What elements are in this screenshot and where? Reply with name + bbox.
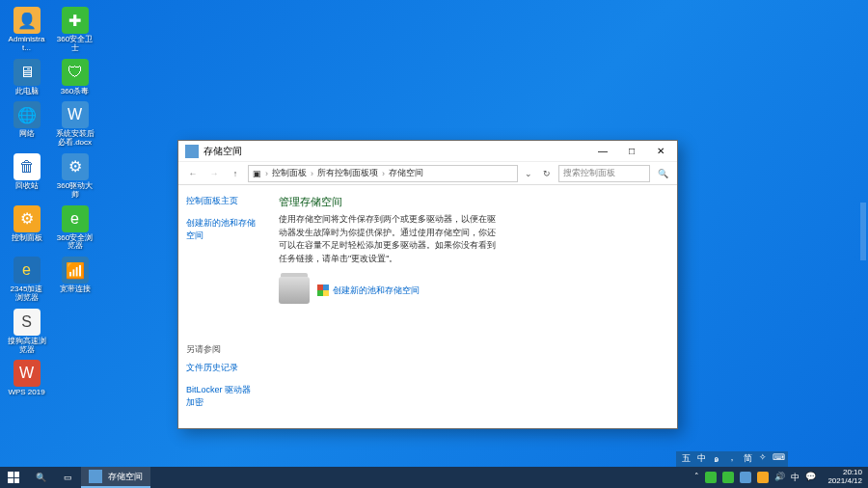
desktop-icon-360-safe[interactable]: ✚360安全卫士 [53, 5, 96, 55]
close-button[interactable]: ✕ [646, 142, 675, 161]
tray-network-icon[interactable] [740, 472, 751, 483]
desktop-icon-360-antivirus[interactable]: 🛡360杀毒 [53, 57, 96, 98]
desktop-icon-2345-browser[interactable]: e2345加速浏览器 [5, 255, 48, 305]
360-antivirus-icon: 🛡 [62, 59, 89, 86]
tray-ime-icon[interactable]: 中 [791, 472, 800, 483]
search-button[interactable]: 🔍 [27, 467, 54, 488]
icon-label: 搜狗高速浏览器 [7, 338, 46, 355]
create-pool-link[interactable]: 创建新的池和存储空间 [317, 285, 420, 297]
ime-btn-5[interactable]: ✧ [756, 452, 770, 466]
tray-chevron[interactable]: ˄ [694, 472, 699, 483]
icon-label: 360杀毒 [61, 88, 89, 96]
ime-btn-1[interactable]: 中 [694, 452, 708, 466]
search-icon[interactable]: 🔍 [654, 165, 671, 182]
taskbar-item-storage[interactable]: 存储空间 [81, 467, 150, 488]
nav-bar: ← → ↑ ▣ › 控制面板 › 所有控制面板项 › 存储空间 ⌄ ↻ 搜索控制… [178, 162, 677, 185]
tray-volume-icon[interactable]: 🔊 [774, 472, 785, 483]
action-row: 创建新的池和存储空间 [279, 277, 664, 304]
window-body: 控制面板主页 创建新的池和存储空间 另请参阅 文件历史记录 BitLocker … [178, 185, 677, 428]
minimize-button[interactable]: — [588, 142, 617, 161]
breadcrumb[interactable]: ▣ › 控制面板 › 所有控制面板项 › 存储空间 [248, 165, 518, 182]
task-view-button[interactable]: ▭ [54, 467, 81, 488]
tray-360av-icon[interactable] [722, 472, 734, 483]
desktop-icon-360-driver[interactable]: ⚙360驱动大师 [53, 151, 96, 202]
tray-notify-icon[interactable] [757, 472, 769, 483]
storage-space-icon [89, 470, 102, 483]
taskbar: 🔍 ▭ 存储空间 ˄ 🔊 中 💬 20:10 2021/4/12 [0, 467, 868, 488]
icon-label: 此电脑 [15, 88, 39, 96]
refresh-button[interactable]: ↻ [539, 169, 555, 178]
search-input[interactable]: 搜索控制面板 [558, 165, 650, 182]
ime-btn-3[interactable]: , [725, 452, 739, 466]
sidebar-link-history[interactable]: 文件历史记录 [186, 362, 258, 374]
broadband-icon: 📶 [62, 257, 89, 284]
icon-label: WPS 2019 [8, 389, 44, 397]
icon-label: 宽带连接 [60, 285, 91, 294]
sogou-browser-icon: S [14, 309, 41, 336]
icon-label: 控制面板 [12, 234, 42, 243]
user-folder-icon: 👤 [14, 7, 41, 34]
icon-label: 系统安装后必看.docx [55, 130, 95, 148]
desktop-icon-360-browser[interactable]: e360安全浏览器 [53, 203, 96, 254]
sidebar: 控制面板主页 创建新的池和存储空间 另请参阅 文件历史记录 BitLocker … [178, 185, 265, 428]
main-panel: 管理存储空间 使用存储空间将文件保存到两个或更多驱动器，以便在驱动器发生故障时为… [265, 185, 677, 428]
crumb-dropdown[interactable]: ⌄ [522, 169, 535, 178]
see-also-label: 另请参阅 [186, 343, 258, 356]
network-icon: 🌐 [14, 101, 41, 128]
doc-file-icon: W [62, 101, 89, 128]
desktop-icon-sogou-browser[interactable]: S搜狗高速浏览器 [5, 307, 48, 357]
desktop-icon-wps-2019[interactable]: WWPS 2019 [5, 358, 48, 399]
windows-logo-icon [8, 472, 19, 483]
icon-label: 回收站 [15, 182, 39, 191]
title-bar[interactable]: 存储空间 — □ ✕ [178, 141, 677, 162]
this-pc-icon: 🖥 [14, 59, 41, 86]
sidebar-create[interactable]: 创建新的池和存储空间 [186, 217, 258, 242]
icon-label: 网络 [19, 130, 35, 139]
360-driver-icon: ⚙ [62, 153, 89, 180]
storage-space-icon [185, 145, 199, 158]
edge-watermark [860, 203, 866, 260]
icon-label: 360安全卫士 [55, 36, 95, 53]
ime-bar[interactable]: 五中๑,简✧⌨ [676, 451, 788, 467]
maximize-button[interactable]: □ [617, 142, 646, 161]
wps-2019-icon: W [14, 360, 41, 387]
start-button[interactable] [0, 467, 27, 488]
360-browser-icon: e [62, 205, 89, 232]
tray-360safe-icon[interactable] [705, 472, 717, 483]
control-panel-window: 存储空间 — □ ✕ ← → ↑ ▣ › 控制面板 › 所有控制面板项 › 存储… [177, 140, 678, 429]
icon-label: 360安全浏览器 [55, 234, 95, 252]
control-panel-icon: ⚙ [14, 205, 41, 232]
ime-btn-2[interactable]: ๑ [710, 452, 723, 466]
main-heading: 管理存储空间 [279, 195, 664, 209]
forward-button[interactable]: → [205, 165, 223, 182]
main-description: 使用存储空间将文件保存到两个或更多驱动器，以便在驱动器发生故障时为你提供保护。通… [279, 213, 501, 265]
desktop-icon-user-folder[interactable]: 👤Administrat... [5, 5, 48, 55]
hdd-icon [279, 277, 310, 304]
crumb-icon: ▣ [253, 169, 261, 178]
up-button[interactable]: ↑ [227, 165, 244, 182]
desktop-icon-recycle-bin[interactable]: 🗑回收站 [5, 151, 48, 202]
desktop-icon-broadband[interactable]: 📶宽带连接 [53, 255, 96, 305]
shield-icon [317, 285, 329, 296]
system-tray: ˄ 🔊 中 💬 [689, 467, 822, 488]
2345-browser-icon: e [14, 257, 41, 284]
taskbar-clock[interactable]: 20:10 2021/4/12 [822, 467, 868, 488]
ime-btn-6[interactable]: ⌨ [772, 452, 785, 466]
360-safe-icon: ✚ [62, 7, 89, 34]
icon-label: 2345加速浏览器 [7, 285, 46, 303]
back-button[interactable]: ← [184, 165, 202, 182]
sidebar-home[interactable]: 控制面板主页 [186, 195, 258, 207]
ime-btn-4[interactable]: 简 [741, 452, 754, 466]
desktop-icon-control-panel[interactable]: ⚙控制面板 [5, 203, 48, 254]
desktop-icon-doc-file[interactable]: W系统安装后必看.docx [53, 99, 96, 149]
icon-label: Administrat... [7, 36, 46, 53]
recycle-bin-icon: 🗑 [14, 153, 41, 180]
desktop-icon-this-pc[interactable]: 🖥此电脑 [5, 57, 48, 98]
desktop: 👤Administrat...✚360安全卫士🖥此电脑🛡360杀毒🌐网络W系统安… [5, 5, 96, 399]
sidebar-link-bitlocker[interactable]: BitLocker 驱动器加密 [186, 384, 258, 409]
ime-btn-0[interactable]: 五 [679, 452, 692, 466]
tray-action-center-icon[interactable]: 💬 [805, 472, 816, 483]
window-title: 存储空间 [203, 145, 588, 158]
icon-label: 360驱动大师 [55, 182, 95, 200]
desktop-icon-network[interactable]: 🌐网络 [5, 99, 48, 149]
